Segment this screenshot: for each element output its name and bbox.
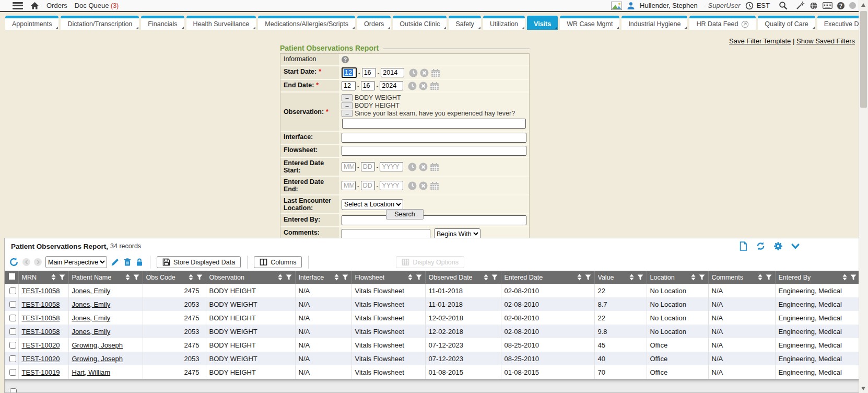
entered-date-start-now-icon[interactable] (408, 163, 417, 171)
sort-icon[interactable] (691, 274, 696, 281)
sort-icon[interactable] (629, 274, 634, 281)
sort-icon[interactable] (842, 274, 847, 281)
row-checkbox[interactable] (9, 369, 16, 376)
column-header-interface[interactable]: Interface (295, 271, 351, 284)
end-date-calendar-icon[interactable] (430, 82, 439, 90)
patient-name-link[interactable]: Jones, Emily (72, 328, 111, 336)
lock-perspective-icon[interactable] (135, 258, 144, 267)
entered-date-end-calendar-icon[interactable] (430, 181, 439, 190)
entered-date-end-clear-icon[interactable] (419, 181, 428, 190)
gear-icon[interactable] (773, 241, 783, 251)
start-date-clear-icon[interactable] (420, 68, 429, 77)
tab-industrial-hygiene[interactable]: Industrial Hygiene (621, 16, 687, 30)
entered-date-end-year-input[interactable] (380, 181, 403, 190)
entered-date-end-now-icon[interactable] (408, 181, 417, 190)
filter-icon[interactable] (585, 274, 591, 281)
delete-perspective-icon[interactable] (123, 258, 132, 267)
entered-date-end-day-input[interactable] (361, 181, 375, 190)
filter-icon[interactable] (699, 274, 705, 281)
end-date-day-input[interactable] (361, 81, 375, 90)
mrn-link[interactable]: TEST-10058 (22, 300, 60, 308)
sort-icon[interactable] (758, 274, 763, 281)
filter-icon[interactable] (491, 274, 498, 281)
new-document-icon[interactable] (739, 241, 748, 251)
tab-appointments[interactable]: Appointments (5, 16, 58, 30)
edit-perspective-icon[interactable] (111, 258, 120, 267)
remove-observation-button[interactable]: – (342, 94, 353, 101)
next-perspective-icon[interactable] (34, 258, 42, 266)
start-date-now-icon[interactable] (409, 68, 418, 77)
store-displayed-data-button[interactable]: Store Displayed Data (157, 256, 241, 268)
collapse-chevron-icon[interactable] (791, 242, 800, 250)
mrn-link[interactable]: TEST-10058 (22, 314, 60, 322)
entered-date-start-calendar-icon[interactable] (430, 163, 439, 171)
filter-icon[interactable] (342, 274, 348, 281)
sort-icon[interactable] (125, 274, 130, 281)
footer-row-checkbox[interactable] (10, 388, 17, 393)
magic-wand-icon[interactable] (796, 1, 805, 10)
mrn-link[interactable]: TEST-10058 (22, 287, 60, 295)
tab-health-surveillance[interactable]: Health Surveillance (186, 16, 256, 30)
search-button[interactable]: Search (386, 209, 424, 219)
sort-icon[interactable] (334, 274, 339, 281)
entered-date-start-month-input[interactable] (342, 162, 356, 171)
end-date-month-input[interactable] (342, 81, 356, 90)
reset-icon[interactable] (9, 257, 19, 267)
status-circle-icon[interactable] (849, 2, 856, 9)
row-checkbox[interactable] (9, 355, 16, 362)
filter-icon[interactable] (637, 274, 643, 281)
menu-icon[interactable] (13, 2, 23, 9)
user-icon[interactable] (627, 2, 635, 10)
home-icon[interactable] (30, 2, 39, 10)
column-header-mrn[interactable]: MRN (18, 271, 68, 284)
keyboard-icon[interactable] (823, 2, 832, 9)
page-scrollbar[interactable] (859, 0, 868, 393)
entered-date-start-clear-icon[interactable] (419, 163, 428, 171)
tab-hr-data-feed[interactable]: HR Data Feed (689, 16, 756, 30)
last-encounter-location-select[interactable]: Select a Location (342, 199, 403, 210)
entered-date-end-month-input[interactable] (342, 181, 356, 190)
mrn-link[interactable]: TEST-10020 (22, 355, 60, 363)
start-date-day-input[interactable] (362, 68, 376, 77)
row-checkbox[interactable] (9, 315, 16, 321)
row-checkbox[interactable] (9, 342, 16, 349)
clock-icon[interactable] (745, 2, 754, 10)
filter-icon[interactable] (59, 274, 65, 281)
nav-doc-queue-link[interactable]: Doc Queue (75, 2, 109, 9)
interface-input[interactable] (342, 133, 526, 143)
start-date-calendar-icon[interactable] (431, 68, 440, 77)
remove-observation-button[interactable]: – (342, 110, 353, 117)
globe-icon[interactable] (810, 2, 818, 10)
row-checkbox[interactable] (9, 328, 16, 335)
nav-orders-link[interactable]: Orders (46, 2, 67, 9)
filter-icon[interactable] (850, 274, 857, 281)
tab-dictation-transcription[interactable]: Dictation/Transcription (61, 16, 139, 30)
column-header-entered-by[interactable]: Entered By (775, 271, 859, 284)
column-header-flowsheet[interactable]: Flowsheet (351, 271, 425, 284)
start-date-month-input[interactable]: 12 (342, 67, 357, 78)
show-saved-filters-link[interactable]: Show Saved Filters (796, 37, 855, 45)
row-checkbox[interactable] (9, 301, 16, 308)
scrollbar-thumb[interactable] (860, 11, 867, 108)
refresh-icon[interactable] (756, 241, 766, 251)
scroll-down-icon[interactable] (861, 387, 865, 390)
filter-icon[interactable] (196, 274, 203, 281)
row-checkbox[interactable] (9, 287, 16, 294)
column-header-location[interactable]: Location (647, 271, 708, 284)
column-header-select-all[interactable] (5, 271, 18, 284)
tab-utilization[interactable]: Utilization (483, 16, 525, 30)
sort-icon[interactable] (577, 274, 582, 281)
column-header-observed-date[interactable]: Observed Date (425, 271, 501, 284)
filter-icon[interactable] (133, 274, 139, 281)
patient-name-link[interactable]: Growing, Joseph (72, 355, 123, 363)
filter-icon[interactable] (416, 274, 422, 281)
search-icon[interactable] (779, 1, 788, 10)
patient-name-link[interactable]: Jones, Emily (72, 314, 111, 322)
scroll-up-icon[interactable] (861, 3, 865, 7)
sort-icon[interactable] (278, 274, 283, 281)
select-all-checkbox[interactable] (9, 273, 15, 280)
flowsheet-input[interactable] (342, 146, 526, 156)
column-header-entered-date[interactable]: Entered Date (501, 271, 594, 284)
filter-icon[interactable] (766, 274, 772, 281)
mrn-link[interactable]: TEST-10019 (22, 368, 60, 376)
